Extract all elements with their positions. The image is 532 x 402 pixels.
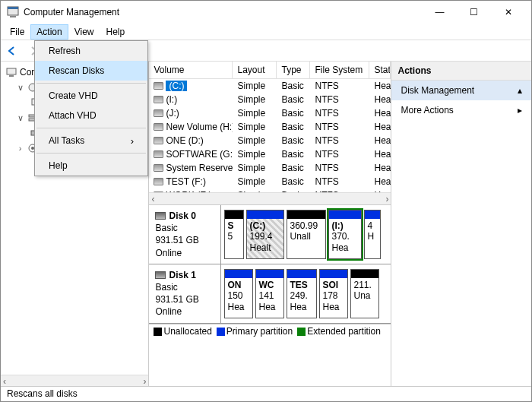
drive-icon — [154, 178, 163, 185]
partition[interactable]: ON150Hea — [224, 269, 253, 318]
menu-create-vhd[interactable]: Create VHD — [35, 86, 147, 106]
volume-row[interactable]: ONE (D:)SimpleBasicNTFSHea — [149, 134, 391, 147]
legend-extended: Extended partition — [307, 326, 381, 337]
partition[interactable]: TES249.Hea — [287, 269, 317, 318]
partition[interactable]: (C:)199.4Healt — [246, 210, 284, 259]
drive-icon — [154, 137, 163, 144]
disk-row: Disk 0Basic931.51 GBOnlineS5(C:)199.4Hea… — [149, 205, 391, 264]
volume-row[interactable]: TEST (F:)SimpleBasicNTFSHea — [149, 175, 391, 188]
partition[interactable]: 211.Una — [350, 269, 379, 318]
legend-primary: Primary partition — [226, 326, 293, 337]
col-filesystem[interactable]: File System — [310, 62, 369, 78]
volume-header: Volume Layout Type File System Status — [149, 62, 391, 79]
center-panel: Volume Layout Type File System Status (C… — [149, 62, 391, 387]
disk-info[interactable]: Disk 1Basic931.51 GBOnline — [149, 264, 221, 323]
back-button[interactable] — [4, 43, 21, 59]
disk-row: Disk 1Basic931.51 GBOnlineON150HeaWC141H… — [149, 264, 391, 324]
svg-rect-1 — [8, 7, 18, 9]
menu-refresh[interactable]: Refresh — [35, 41, 147, 61]
actions-panel: Actions Disk Management ▴ More Actions ▸ — [391, 62, 531, 387]
disk-icon — [155, 212, 166, 220]
legend-unallocated: Unallocated — [163, 326, 211, 337]
col-layout[interactable]: Layout — [233, 62, 277, 78]
status-bar: Rescans all disks — [1, 386, 531, 401]
partition[interactable]: WC141Hea — [255, 269, 284, 318]
menu-separator — [36, 128, 146, 128]
drive-icon — [154, 109, 163, 117]
volume-row[interactable]: SOFTWARE (G:)SimpleBasicNTFSHea — [149, 147, 391, 161]
partition[interactable]: 4H — [364, 210, 381, 259]
menu-separator — [36, 153, 146, 154]
volume-row[interactable]: (J:)SimpleBasicNTFSHea — [149, 106, 391, 120]
drive-icon — [154, 150, 163, 158]
drive-icon — [154, 123, 163, 131]
disk-icon — [155, 271, 166, 279]
col-status[interactable]: Status — [369, 62, 391, 78]
drive-icon — [154, 164, 163, 172]
caret-icon: ∨ — [16, 83, 24, 93]
actions-disk-management[interactable]: Disk Management ▴ — [391, 81, 531, 100]
menu-attach-vhd[interactable]: Attach VHD — [35, 106, 147, 125]
submenu-icon: ▸ — [518, 105, 522, 116]
title-bar: Computer Management — ☐ ✕ — [1, 1, 531, 24]
menu-all-tasks[interactable]: All Tasks — [35, 131, 147, 150]
action-dropdown: Refresh Rescan Disks Create VHD Attach V… — [34, 40, 148, 176]
disk-map: Disk 0Basic931.51 GBOnlineS5(C:)199.4Hea… — [149, 204, 391, 387]
maximize-button[interactable]: ☐ — [457, 2, 491, 23]
tree-scrollbar[interactable]: ‹› — [1, 375, 148, 387]
partition[interactable]: (I:)370.Hea — [328, 210, 362, 259]
menu-bar: File Action View Help — [1, 24, 531, 40]
volume-row[interactable]: (I:)SimpleBasicNTFSHea — [149, 93, 391, 106]
drive-icon — [154, 82, 163, 90]
svg-rect-7 — [7, 68, 16, 74]
collapse-icon: ▴ — [518, 85, 522, 96]
menu-file[interactable]: File — [4, 24, 30, 40]
legend: Unallocated Primary partition Extended p… — [149, 324, 391, 339]
col-volume[interactable]: Volume — [149, 62, 233, 78]
actions-more[interactable]: More Actions ▸ — [391, 100, 531, 120]
app-icon — [7, 6, 19, 18]
actions-header: Actions — [391, 62, 531, 81]
volume-scrollbar[interactable]: ‹› — [149, 192, 391, 204]
partition[interactable]: 360.99Unall — [287, 210, 326, 259]
partition[interactable]: S5 — [224, 210, 244, 259]
menu-view[interactable]: View — [68, 24, 100, 40]
menu-separator — [36, 83, 146, 84]
window-title: Computer Management — [24, 7, 423, 17]
volume-row[interactable]: New Volume (H:)SimpleBasicNTFSHea — [149, 120, 391, 134]
volume-row[interactable]: (C:)SimpleBasicNTFSHea — [149, 79, 391, 93]
minimize-button[interactable]: — — [423, 2, 457, 23]
caret-icon: › — [16, 144, 24, 153]
partition[interactable]: SOI178Hea — [319, 269, 348, 318]
menu-help[interactable]: Help — [100, 24, 131, 40]
menu-rescan-disks[interactable]: Rescan Disks — [35, 61, 147, 81]
svg-rect-2 — [10, 16, 16, 17]
menu-action[interactable]: Action — [30, 24, 68, 40]
drive-icon — [154, 96, 163, 103]
disk-info[interactable]: Disk 0Basic931.51 GBOnline — [149, 205, 221, 264]
caret-icon: ∨ — [16, 113, 24, 123]
col-type[interactable]: Type — [277, 62, 310, 78]
menu-action-help[interactable]: Help — [35, 156, 147, 176]
volume-row[interactable]: System ReservedSimpleBasicNTFSHea — [149, 161, 391, 175]
close-button[interactable]: ✕ — [491, 2, 525, 23]
volume-list: Volume Layout Type File System Status (C… — [149, 62, 391, 204]
computer-icon — [5, 66, 17, 78]
svg-rect-8 — [9, 75, 14, 77]
